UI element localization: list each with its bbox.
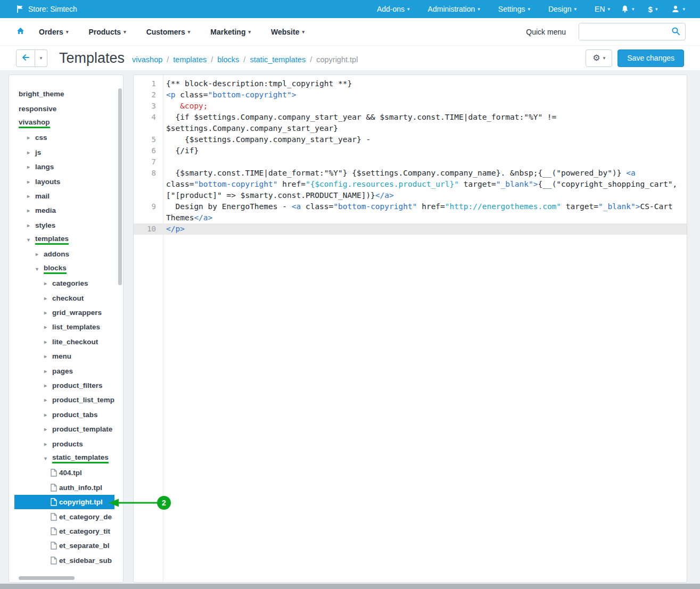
code-line[interactable]: 2<p class="bottom-copyright"> bbox=[134, 89, 687, 101]
horizontal-scrollbar-thumb[interactable] bbox=[19, 576, 75, 580]
code-line[interactable]: 4 {if $settings.Company.company_start_ye… bbox=[134, 112, 687, 134]
tree-file-et-category-de[interactable]: et_category_de bbox=[14, 509, 114, 524]
tree-file-auth-info-tpl[interactable]: auth_info.tpl bbox=[14, 480, 114, 495]
tree-item-layouts[interactable]: ▸layouts bbox=[14, 174, 114, 188]
code-line[interactable]: 3 &copy; bbox=[134, 101, 687, 112]
tree-item-css[interactable]: ▸css bbox=[14, 130, 114, 145]
topbar-menu-add-ons[interactable]: Add-ons▾ bbox=[377, 5, 410, 13]
tree-item-templates[interactable]: ▾templates bbox=[14, 233, 114, 247]
currency-dropdown[interactable]: $ ▾ bbox=[648, 5, 658, 14]
tree-item-product-tabs[interactable]: ▸product_tabs bbox=[14, 408, 114, 422]
chevron-collapsed-icon[interactable]: ▸ bbox=[44, 339, 52, 345]
search-input[interactable] bbox=[579, 23, 666, 40]
tree-item-checkout[interactable]: ▸checkout bbox=[14, 291, 114, 305]
breadcrumb-item-blocks[interactable]: blocks bbox=[217, 55, 239, 64]
chevron-collapsed-icon[interactable]: ▸ bbox=[36, 251, 44, 257]
tree-item-blocks[interactable]: ▾blocks bbox=[14, 262, 114, 276]
chevron-collapsed-icon[interactable]: ▸ bbox=[44, 441, 52, 447]
topbar-menu-label: Add-ons bbox=[377, 5, 405, 13]
chevron-collapsed-icon[interactable]: ▸ bbox=[44, 412, 52, 418]
tree-item-static-templates[interactable]: ▾static_templates bbox=[14, 451, 114, 466]
chevron-collapsed-icon[interactable]: ▸ bbox=[27, 179, 35, 185]
navbar-item-products[interactable]: Products▾ bbox=[88, 28, 126, 36]
topbar-menu-en[interactable]: EN▾ bbox=[595, 5, 610, 13]
topbar-menu-settings[interactable]: Settings▾ bbox=[498, 5, 530, 13]
tree-item-styles[interactable]: ▸styles bbox=[14, 218, 114, 233]
tree-item-pages[interactable]: ▸pages bbox=[14, 363, 114, 378]
tree-item-categories[interactable]: ▸categories bbox=[14, 276, 114, 291]
store-selector[interactable]: Store: Simtech bbox=[16, 5, 77, 13]
tree-item-products[interactable]: ▸products bbox=[14, 436, 114, 451]
tree-item-addons[interactable]: ▸addons bbox=[14, 247, 114, 261]
chevron-expanded-icon[interactable]: ▾ bbox=[44, 455, 52, 461]
tree-file-et-category-tit[interactable]: et_category_tit bbox=[14, 524, 114, 538]
chevron-collapsed-icon[interactable]: ▸ bbox=[44, 383, 52, 388]
tree-item-grid-wrappers[interactable]: ▸grid_wrappers bbox=[14, 305, 114, 320]
tree-file-et-sidebar-sub[interactable]: et_sidebar_sub bbox=[14, 553, 114, 568]
chevron-collapsed-icon[interactable]: ▸ bbox=[27, 193, 35, 199]
search-button[interactable] bbox=[666, 23, 685, 40]
code-line[interactable]: 5 {$settings.Company.company_start_year}… bbox=[134, 134, 687, 145]
chevron-expanded-icon[interactable]: ▾ bbox=[27, 237, 35, 243]
code-editor[interactable]: 1{** block-description:tmpl_copyright **… bbox=[133, 74, 687, 583]
chevron-collapsed-icon[interactable]: ▸ bbox=[27, 150, 35, 155]
tree-file-et-separate-bl[interactable]: et_separate_bl bbox=[14, 538, 114, 553]
tree-file-copyright-tpl[interactable]: copyright.tpl bbox=[14, 495, 114, 509]
chevron-down-icon: ▾ bbox=[302, 29, 304, 35]
notifications-dropdown[interactable]: ▾ bbox=[621, 5, 635, 13]
chevron-collapsed-icon[interactable]: ▸ bbox=[44, 324, 52, 330]
chevron-collapsed-icon[interactable]: ▸ bbox=[27, 135, 35, 140]
quick-menu-link[interactable]: Quick menu bbox=[526, 28, 566, 36]
chevron-collapsed-icon[interactable]: ▸ bbox=[44, 397, 52, 403]
breadcrumb-item-static-templates[interactable]: static_templates bbox=[250, 55, 306, 64]
navbar-item-customers[interactable]: Customers▾ bbox=[146, 28, 191, 36]
chevron-collapsed-icon[interactable]: ▸ bbox=[44, 426, 52, 432]
tree-item-media[interactable]: ▸media bbox=[14, 203, 114, 218]
tree-item-product-filters[interactable]: ▸product_filters bbox=[14, 378, 114, 393]
tree-item-mail[interactable]: ▸mail bbox=[14, 189, 114, 203]
tree-item-product-list-temp[interactable]: ▸product_list_temp bbox=[14, 393, 114, 407]
chevron-collapsed-icon[interactable]: ▸ bbox=[44, 295, 52, 301]
chevron-collapsed-icon[interactable]: ▸ bbox=[27, 208, 35, 213]
code-line[interactable]: 9 Design by EnergoThemes - <a class="bot… bbox=[134, 201, 687, 223]
navbar-item-website[interactable]: Website▾ bbox=[271, 28, 304, 36]
code-text: {$settings.Company.company_start_year} - bbox=[163, 134, 687, 145]
tree-file-404-tpl[interactable]: 404.tpl bbox=[14, 466, 114, 480]
back-button[interactable] bbox=[16, 49, 35, 67]
home-button[interactable] bbox=[16, 27, 25, 37]
breadcrumb-item-templates[interactable]: templates bbox=[173, 55, 207, 64]
chevron-collapsed-icon[interactable]: ▸ bbox=[27, 164, 35, 170]
bell-icon bbox=[621, 5, 629, 13]
tree-item-responsive[interactable]: responsive bbox=[14, 101, 114, 115]
tree-item-js[interactable]: ▸js bbox=[14, 145, 114, 160]
navbar-item-orders[interactable]: Orders▾ bbox=[39, 28, 68, 36]
code-line[interactable]: 1{** block-description:tmpl_copyright **… bbox=[134, 78, 687, 89]
topbar-menu-design[interactable]: Design▾ bbox=[548, 5, 577, 13]
gear-button[interactable]: ⚙ ▾ bbox=[586, 49, 612, 67]
tree-item-vivashop[interactable]: vivashop bbox=[14, 116, 114, 130]
chevron-collapsed-icon[interactable]: ▸ bbox=[44, 368, 52, 374]
navbar-item-marketing[interactable]: Marketing▾ bbox=[210, 28, 251, 36]
chevron-collapsed-icon[interactable]: ▸ bbox=[27, 222, 35, 228]
breadcrumb-item-vivashop[interactable]: vivashop bbox=[132, 55, 162, 64]
tree-item-menu[interactable]: ▸menu bbox=[14, 349, 114, 363]
topbar-menu-administration[interactable]: Administration▾ bbox=[428, 5, 480, 13]
tree-item-bright-theme[interactable]: bright_theme bbox=[14, 87, 114, 101]
code-line[interactable]: 10</p> bbox=[134, 223, 687, 235]
tree-item-label: layouts bbox=[35, 178, 60, 186]
tree-item-lite-checkout[interactable]: ▸lite_checkout bbox=[14, 335, 114, 349]
code-line[interactable]: 7 bbox=[134, 156, 687, 168]
vertical-scrollbar-thumb[interactable] bbox=[118, 88, 122, 285]
tree-item-product-template[interactable]: ▸product_template bbox=[14, 422, 114, 436]
tree-item-langs[interactable]: ▸langs bbox=[14, 160, 114, 174]
back-dropdown-button[interactable]: ▾ bbox=[35, 49, 47, 67]
save-changes-button[interactable]: Save changes bbox=[617, 49, 684, 67]
code-line[interactable]: 8 {$smarty.const.TIME|date_format:"%Y"} … bbox=[134, 168, 687, 201]
tree-item-list-templates[interactable]: ▸list_templates bbox=[14, 320, 114, 334]
chevron-collapsed-icon[interactable]: ▸ bbox=[44, 310, 52, 316]
chevron-collapsed-icon[interactable]: ▸ bbox=[44, 353, 52, 359]
chevron-collapsed-icon[interactable]: ▸ bbox=[44, 280, 52, 286]
chevron-expanded-icon[interactable]: ▾ bbox=[36, 266, 44, 272]
user-dropdown[interactable]: ▾ bbox=[671, 5, 685, 13]
code-line[interactable]: 6 {/if} bbox=[134, 145, 687, 156]
